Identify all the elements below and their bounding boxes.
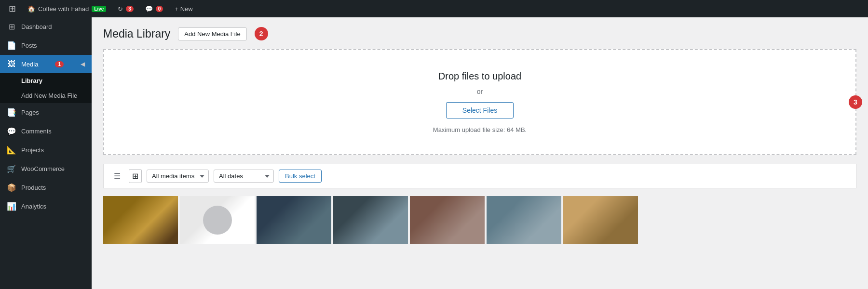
sidebar-item-comments[interactable]: 💬 Comments [0,122,92,141]
dashboard-icon: ⊞ [7,22,16,31]
grid-view-icon: ⊞ [132,172,138,180]
submenu-add-new[interactable]: Add New Media File [0,88,92,103]
site-name-text: Coffee with Fahad [38,5,89,13]
media-submenu: Library Add New Media File [0,73,92,103]
projects-icon: 📐 [7,145,16,155]
sidebar-label-media: Media [21,61,38,68]
bulk-select-button[interactable]: Bulk select [279,170,322,183]
select-files-button[interactable]: Select Files [446,102,514,118]
woocommerce-icon: 🛒 [7,164,16,173]
media-thumbnail[interactable] [103,196,178,244]
media-thumbnail[interactable] [257,196,331,244]
media-grid [103,196,856,244]
comments-count: 0 [156,6,163,12]
list-view-button[interactable]: ☰ [110,169,124,183]
sidebar-label-analytics: Analytics [21,203,46,210]
dates-filter[interactable]: All dates January 2024 February 2024 [214,170,274,183]
posts-icon: 📄 [7,41,16,50]
drop-zone-or: or [477,88,483,95]
media-thumbnail[interactable] [410,196,485,244]
sidebar-item-projects[interactable]: 📐 Projects [0,141,92,159]
adminbar-comments[interactable]: 💬 0 [140,0,168,17]
drop-zone-size-info: Maximum upload file size: 64 MB. [433,126,527,133]
sidebar-item-posts[interactable]: 📄 Posts [0,36,92,55]
adminbar-new[interactable]: + New [170,0,197,17]
adminbar-site-name[interactable]: 🏠 Coffee with Fahad Live [23,0,111,17]
sidebar-item-pages[interactable]: 📑 Pages [0,103,92,122]
products-icon: 📦 [7,183,16,192]
home-icon: 🏠 [27,5,35,13]
media-items-filter[interactable]: All media items Images Audio Video Docum… [147,170,209,183]
comments-icon: 💬 [145,5,153,13]
wp-logo-icon: ⊞ [9,3,16,14]
media-arrow-icon: ◀ [81,61,85,67]
sidebar-label-comments: Comments [21,128,52,135]
step2-badge: 2 [255,27,268,40]
pages-icon: 📑 [7,108,16,117]
updates-count: 3 [126,6,134,12]
media-thumbnail[interactable] [563,196,638,244]
sidebar-item-media[interactable]: 🖼 Media 1 ◀ [0,55,92,73]
media-thumbnail[interactable] [333,196,408,244]
drop-zone-heading: Drop files to upload [438,71,521,82]
media-icon: 🖼 [7,60,16,68]
list-view-icon: ☰ [114,172,121,180]
submenu-add-new-label: Add New Media File [21,92,77,99]
sidebar-label-woocommerce: WooCommerce [21,165,65,172]
sidebar-item-analytics[interactable]: 📊 Analytics [0,197,92,216]
page-header: Media Library Add New Media File 2 [103,27,856,40]
adminbar-updates[interactable]: ↻ 3 [113,0,138,17]
sidebar-label-pages: Pages [21,109,39,116]
sidebar: ⊞ Dashboard 📄 Posts 🖼 Media 1 ◀ Library … [0,17,92,289]
comments-menu-icon: 💬 [7,127,16,136]
step3-badge: 3 [849,95,862,109]
sidebar-item-products[interactable]: 📦 Products [0,178,92,197]
admin-bar: ⊞ 🏠 Coffee with Fahad Live ↻ 3 💬 0 + New [0,0,868,17]
media-thumbnail[interactable] [180,196,255,244]
sidebar-item-woocommerce[interactable]: 🛒 WooCommerce [0,159,92,178]
live-badge: Live [92,6,106,12]
new-label: + New [175,5,192,13]
grid-view-button[interactable]: ⊞ [129,169,142,183]
sidebar-label-projects: Projects [21,146,44,154]
media-badge: 1 [55,61,64,67]
submenu-library-label: Library [21,77,42,84]
sidebar-label-dashboard: Dashboard [21,23,52,30]
sidebar-label-posts: Posts [21,42,37,49]
media-thumbnail[interactable] [487,196,561,244]
sidebar-item-dashboard[interactable]: ⊞ Dashboard [0,17,92,36]
drop-zone[interactable]: Drop files to upload or Select Files Max… [103,49,856,155]
adminbar-wp-logo[interactable]: ⊞ [4,0,21,17]
analytics-icon: 📊 [7,202,16,211]
media-toolbar: ☰ ⊞ All media items Images Audio Video D… [103,164,856,188]
submenu-library[interactable]: Library [0,73,92,88]
main-content: Media Library Add New Media File 2 Drop … [92,17,868,289]
add-new-media-button[interactable]: Add New Media File [178,27,246,40]
page-title: Media Library [103,27,170,40]
updates-icon: ↻ [118,5,123,13]
sidebar-label-products: Products [21,184,46,191]
